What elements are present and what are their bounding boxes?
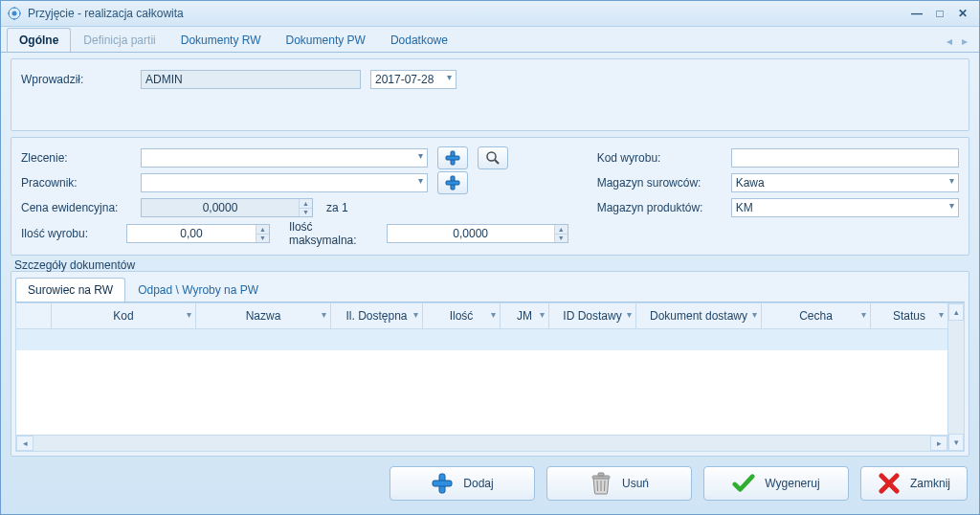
footer-buttons: Dodaj Usuń Wygeneruj Zamknij bbox=[11, 462, 969, 501]
wygeneruj-label: Wygeneruj bbox=[765, 477, 819, 490]
grid-body[interactable] bbox=[15, 328, 948, 436]
filter-icon[interactable]: ▾ bbox=[861, 309, 866, 320]
search-icon bbox=[485, 150, 501, 166]
horizontal-scrollbar[interactable]: ◂ ▸ bbox=[15, 436, 948, 452]
filter-icon[interactable]: ▾ bbox=[413, 309, 418, 320]
input-kod-wyrobu[interactable] bbox=[731, 148, 959, 168]
search-zlecenie-button[interactable] bbox=[478, 146, 508, 169]
input-data[interactable] bbox=[370, 70, 457, 89]
tab-dodatkowe[interactable]: Dodatkowe bbox=[378, 28, 460, 52]
dodaj-button[interactable]: Dodaj bbox=[390, 466, 535, 501]
spin-down[interactable]: ▼ bbox=[256, 235, 269, 243]
input-ilosc-max[interactable] bbox=[387, 224, 568, 243]
scroll-up-icon[interactable]: ▴ bbox=[948, 303, 964, 321]
panel-form: Zlecenie: Pracownik: bbox=[11, 137, 969, 256]
content-area: Wprowadził: Zlecenie: bbox=[1, 53, 979, 514]
tab-ogolne[interactable]: Ogólne bbox=[7, 28, 71, 52]
grid-header: Kod▾ Nazwa▾ Il. Dostępna▾ Ilość▾ JM▾ ID … bbox=[15, 302, 948, 328]
add-zlecenie-button[interactable] bbox=[437, 146, 468, 169]
label-za1: za 1 bbox=[326, 201, 348, 214]
label-pracownik: Pracownik: bbox=[21, 176, 131, 190]
filter-icon[interactable]: ▾ bbox=[491, 309, 496, 320]
svg-rect-11 bbox=[446, 181, 459, 185]
svg-point-8 bbox=[487, 152, 496, 161]
col-ilosc[interactable]: Ilość▾ bbox=[423, 303, 501, 328]
input-wprowadzil bbox=[141, 70, 361, 89]
grid: Kod▾ Nazwa▾ Il. Dostępna▾ Ilość▾ JM▾ ID … bbox=[15, 302, 965, 452]
filter-icon[interactable]: ▾ bbox=[627, 309, 632, 320]
label-wprowadzil: Wprowadził: bbox=[21, 73, 131, 86]
select-mag-surowcow[interactable] bbox=[731, 173, 959, 192]
zamknij-label: Zamknij bbox=[910, 477, 950, 490]
plus-icon bbox=[445, 175, 460, 190]
usun-label: Usuń bbox=[622, 477, 649, 490]
col-status[interactable]: Status▾ bbox=[871, 303, 947, 328]
group-title: Szczegóły dokumentów bbox=[11, 258, 969, 272]
col-selector[interactable] bbox=[16, 303, 52, 328]
table-row[interactable] bbox=[16, 329, 947, 350]
select-zlecenie[interactable] bbox=[141, 148, 428, 168]
col-nazwa[interactable]: Nazwa▾ bbox=[196, 303, 331, 328]
svg-rect-15 bbox=[598, 473, 604, 476]
tab-scroll-right-icon[interactable]: ▸ bbox=[962, 34, 968, 48]
input-ilosc-wyrobu[interactable] bbox=[126, 224, 270, 243]
label-zlecenie: Zlecenie: bbox=[21, 151, 131, 165]
spin-up[interactable]: ▲ bbox=[554, 225, 568, 235]
filter-icon[interactable]: ▾ bbox=[540, 309, 545, 320]
svg-rect-7 bbox=[446, 156, 459, 160]
close-window-button[interactable]: ✕ bbox=[952, 6, 973, 21]
panel-details: Surowiec na RW Odpad \ Wyroby na PW Kod▾… bbox=[11, 271, 969, 457]
subtab-odpad-wyroby-pw[interactable]: Odpad \ Wyroby na PW bbox=[125, 278, 271, 302]
label-ilosc-wyrobu: Ilość wyrobu: bbox=[21, 227, 117, 240]
tab-scroll-left-icon[interactable]: ◂ bbox=[947, 34, 952, 48]
window-title: Przyjęcie - realizacja całkowita bbox=[28, 7, 904, 20]
usun-button[interactable]: Usuń bbox=[546, 466, 692, 501]
details-subtabs: Surowiec na RW Odpad \ Wyroby na PW bbox=[15, 278, 965, 302]
col-kod[interactable]: Kod▾ bbox=[52, 303, 196, 328]
wygeneruj-button[interactable]: Wygeneruj bbox=[703, 466, 849, 501]
subtab-surowiec-rw[interactable]: Surowiec na RW bbox=[15, 278, 125, 302]
filter-icon[interactable]: ▾ bbox=[322, 309, 326, 320]
select-pracownik[interactable] bbox=[141, 173, 428, 192]
tab-dokumenty-rw[interactable]: Dokumenty RW bbox=[168, 28, 274, 52]
trash-icon bbox=[590, 472, 612, 495]
tab-dokumenty-pw[interactable]: Dokumenty PW bbox=[274, 28, 378, 52]
label-ilosc-max: Ilość maksymalna: bbox=[289, 220, 371, 247]
col-id-dostawy[interactable]: ID Dostawy▾ bbox=[549, 303, 636, 328]
spin-down[interactable]: ▼ bbox=[554, 235, 568, 243]
spin-up[interactable]: ▲ bbox=[299, 199, 312, 209]
col-cecha[interactable]: Cecha▾ bbox=[762, 303, 871, 328]
tab-definicja-partii: Definicja partii bbox=[71, 28, 167, 52]
scroll-right-icon[interactable]: ▸ bbox=[930, 436, 947, 451]
col-jm[interactable]: JM▾ bbox=[501, 303, 549, 328]
col-il-dostepna[interactable]: Il. Dostępna▾ bbox=[331, 303, 423, 328]
spin-up[interactable]: ▲ bbox=[256, 225, 269, 235]
scroll-down-icon[interactable]: ▾ bbox=[948, 434, 964, 451]
panel-header: Wprowadził: bbox=[11, 58, 969, 131]
label-cena: Cena ewidencyjna: bbox=[21, 201, 131, 214]
svg-point-1 bbox=[12, 11, 17, 16]
app-icon bbox=[7, 6, 22, 21]
scroll-left-icon[interactable]: ◂ bbox=[16, 436, 33, 451]
check-icon bbox=[732, 472, 755, 495]
plus-icon bbox=[445, 150, 460, 166]
main-window: Przyjęcie - realizacja całkowita — □ ✕ O… bbox=[0, 0, 980, 515]
svg-line-9 bbox=[495, 160, 499, 164]
filter-icon[interactable]: ▾ bbox=[939, 309, 944, 320]
zamknij-button[interactable]: Zamknij bbox=[860, 466, 968, 501]
select-mag-produktow[interactable] bbox=[731, 198, 959, 217]
col-dokument-dostawy[interactable]: Dokument dostawy▾ bbox=[636, 303, 762, 328]
dodaj-label: Dodaj bbox=[463, 477, 493, 490]
main-tabbar: Ogólne Definicja partii Dokumenty RW Dok… bbox=[1, 27, 979, 53]
svg-line-16 bbox=[597, 481, 598, 491]
vertical-scrollbar[interactable]: ▴ ▾ bbox=[948, 302, 965, 452]
add-pracownik-button[interactable] bbox=[437, 171, 468, 194]
label-mag-produktow: Magazyn produktów: bbox=[597, 201, 722, 214]
label-mag-surowcow: Magazyn surowców: bbox=[597, 176, 722, 190]
filter-icon[interactable]: ▾ bbox=[752, 309, 757, 320]
filter-icon[interactable]: ▾ bbox=[187, 309, 191, 320]
spin-down[interactable]: ▼ bbox=[299, 209, 312, 217]
minimize-button[interactable]: — bbox=[906, 6, 927, 21]
maximize-button[interactable]: □ bbox=[929, 6, 950, 21]
input-cena bbox=[141, 198, 313, 217]
